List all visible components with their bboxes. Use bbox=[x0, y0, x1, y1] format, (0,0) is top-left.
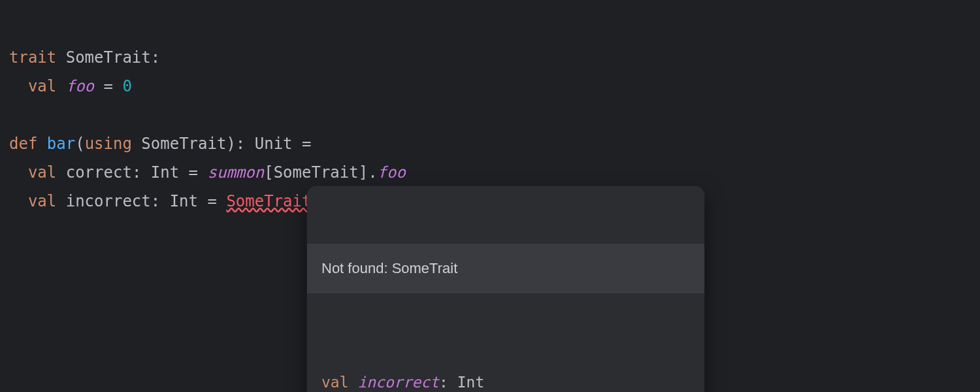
rparen-colon: ): bbox=[226, 135, 254, 153]
type-int: Int bbox=[457, 374, 485, 391]
colon: : bbox=[151, 192, 170, 210]
rbracket-dot: ]. bbox=[359, 163, 378, 182]
op-eq: = bbox=[179, 163, 207, 182]
tooltip-signature: val incorrect: Int bbox=[307, 351, 704, 392]
code-line: val correct: Int = summon[SomeTrait].foo bbox=[9, 163, 406, 182]
type-int: Int bbox=[170, 192, 198, 210]
member-foo: foo bbox=[378, 163, 406, 182]
code-line: trait SomeTrait: bbox=[9, 48, 160, 67]
keyword-val: val bbox=[28, 163, 56, 182]
op-eq: = bbox=[198, 192, 226, 210]
type-name: SomeTrait bbox=[141, 135, 226, 153]
number-literal: 0 bbox=[122, 77, 131, 95]
lbracket: [ bbox=[264, 163, 273, 182]
colon: : bbox=[132, 163, 151, 182]
code-line: val foo = 0 bbox=[9, 77, 132, 95]
val-name: incorrect bbox=[357, 374, 439, 391]
type-int: Int bbox=[151, 163, 179, 182]
code-line: def bar(using SomeTrait): Unit = bbox=[9, 135, 311, 153]
op-eq: = bbox=[293, 135, 312, 153]
error-reference[interactable]: SomeTrait bbox=[226, 192, 311, 210]
return-type: Unit bbox=[255, 135, 293, 153]
code-editor[interactable]: trait SomeTrait: val foo = 0 def bar(usi… bbox=[0, 0, 980, 287]
keyword-val: val bbox=[28, 192, 56, 210]
type-name: SomeTrait bbox=[66, 48, 151, 67]
keyword-def: def bbox=[9, 135, 37, 153]
op-eq: = bbox=[94, 77, 122, 95]
function-name: bar bbox=[47, 135, 75, 153]
error-tooltip: Not found: SomeTrait val incorrect: Int … bbox=[307, 186, 704, 392]
keyword-val: val bbox=[321, 374, 349, 391]
lparen: ( bbox=[75, 135, 84, 153]
field-name: foo bbox=[66, 77, 94, 95]
keyword-val: val bbox=[28, 77, 56, 95]
colon: : bbox=[151, 48, 160, 67]
keyword-using: using bbox=[85, 135, 132, 153]
keyword-trait: trait bbox=[9, 48, 56, 67]
val-name: incorrect bbox=[66, 192, 151, 210]
call-summon: summon bbox=[208, 163, 265, 182]
type-arg: SomeTrait bbox=[274, 163, 359, 182]
val-name: correct bbox=[66, 163, 132, 182]
colon: : bbox=[439, 374, 457, 391]
code-line: val incorrect: Int = SomeTrait.foo bbox=[9, 192, 349, 210]
tooltip-error-message: Not found: SomeTrait bbox=[307, 244, 704, 293]
